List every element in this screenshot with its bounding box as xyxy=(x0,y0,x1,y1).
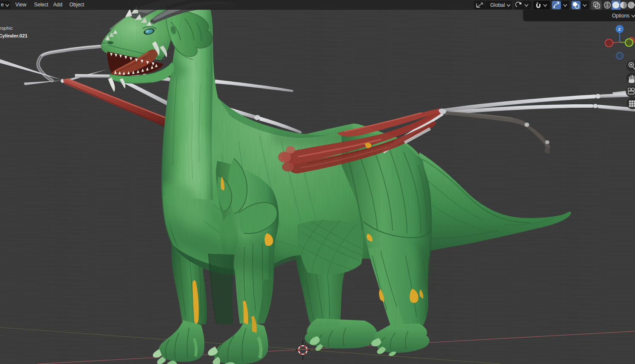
svg-text:Select: Select xyxy=(34,2,49,8)
svg-text:e: e xyxy=(1,2,4,8)
svg-text:Add: Add xyxy=(53,2,62,8)
svg-text:View: View xyxy=(15,2,26,8)
svg-text:Object: Object xyxy=(69,2,84,8)
svg-text:Z: Z xyxy=(618,27,621,32)
svg-text:Global: Global xyxy=(490,2,505,8)
svg-text:Options: Options xyxy=(612,13,629,19)
svg-text:Cylinder.021: Cylinder.021 xyxy=(0,33,28,38)
svg-text:raphic: raphic xyxy=(0,26,13,31)
